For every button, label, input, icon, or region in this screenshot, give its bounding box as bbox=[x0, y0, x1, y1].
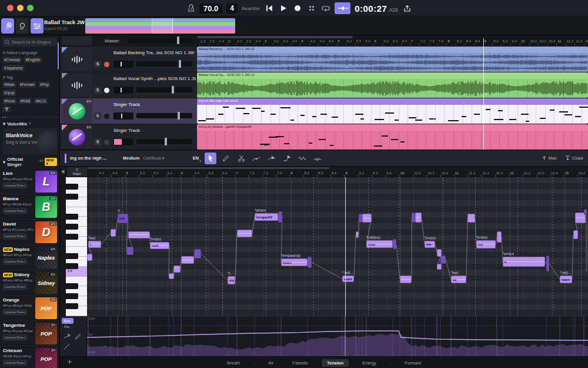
mixer-panel-button[interactable] bbox=[31, 18, 44, 34]
record-arm-button[interactable] bbox=[104, 140, 109, 145]
volume-handle[interactable] bbox=[165, 138, 167, 145]
tag-chip[interactable]: #Male bbox=[2, 81, 16, 88]
volume-slider[interactable] bbox=[136, 113, 192, 118]
track-name[interactable]: Ballad Backing Tra...les SOS NO 1 JW v2 bbox=[113, 50, 196, 55]
piano-key-black[interactable] bbox=[66, 263, 78, 269]
piano-roll-note[interactable] bbox=[467, 214, 475, 223]
pan-slider[interactable] bbox=[113, 61, 133, 68]
singer-avatar[interactable]: POPZH bbox=[35, 348, 57, 368]
piano-key-black[interactable] bbox=[66, 214, 78, 220]
key-signature-chip[interactable]: CMajor bbox=[67, 167, 87, 177]
singer-avatar[interactable]: SidneyEN bbox=[35, 272, 57, 294]
volume-slider[interactable] bbox=[136, 61, 192, 67]
solo-button[interactable]: S bbox=[94, 112, 101, 120]
track-row-4[interactable]: ENSinger TrackS bbox=[60, 124, 197, 150]
piano-roll-note[interactable]: ~~~~~ bbox=[400, 276, 412, 283]
track-icon-box[interactable]: EN bbox=[62, 125, 92, 149]
tag-chip[interactable]: #Female bbox=[18, 81, 36, 88]
pagination-dot[interactable] bbox=[42, 117, 43, 118]
tag-chip[interactable]: #Jpop bbox=[2, 89, 16, 96]
pitch-pen-tool-button[interactable] bbox=[281, 152, 293, 164]
piano-roll-note[interactable] bbox=[573, 230, 578, 239]
editor-ruler[interactable]: 4.34.455.25.35.466.26.36.477.27.37.488.2… bbox=[87, 167, 588, 177]
tempo-value[interactable]: 70.0 bbox=[199, 4, 222, 14]
piano-roll-note[interactable] bbox=[440, 256, 446, 264]
zoom-window-button[interactable] bbox=[27, 5, 34, 11]
piano-key-black[interactable] bbox=[66, 303, 78, 309]
play-button[interactable] bbox=[278, 4, 288, 14]
piano-roll-note[interactable]: [uh*[... bbox=[118, 214, 128, 223]
record-arm-button[interactable] bbox=[104, 114, 109, 119]
pagination-dot[interactable] bbox=[7, 117, 8, 118]
speaker-icon[interactable] bbox=[61, 169, 66, 174]
export-icon[interactable] bbox=[402, 4, 412, 14]
piano-key-black[interactable] bbox=[66, 253, 78, 259]
pagination-dot[interactable] bbox=[44, 117, 45, 118]
piano-roll-note[interactable]: n~~~~~~~~~~~~~~~~~~*[eh][n] bbox=[503, 257, 545, 267]
pagination-dot[interactable] bbox=[49, 117, 50, 118]
piano-roll-note[interactable] bbox=[169, 273, 174, 279]
piano-roll-note[interactable]: me*[m]{iy} bbox=[425, 241, 435, 248]
param-tab-breath[interactable]: Breath bbox=[222, 359, 245, 367]
parameter-graph[interactable]: 2.5× 1× 0.3× bbox=[87, 316, 588, 356]
param-tab-energy[interactable]: Energy bbox=[357, 359, 382, 367]
grid-mode-button[interactable] bbox=[306, 4, 316, 14]
piano-roll-note[interactable]: ~~~ bbox=[415, 213, 422, 223]
wave-tool-button[interactable] bbox=[296, 152, 308, 164]
piano-roll-note[interactable] bbox=[356, 231, 359, 238]
track-icon-box[interactable] bbox=[62, 73, 92, 97]
piano-roll-note[interactable]: ay~~~~~~~*[ey] bbox=[451, 276, 466, 283]
piano-roll-note[interactable]: my*[... bbox=[228, 276, 235, 284]
piano-key-black[interactable] bbox=[66, 194, 78, 200]
search-input[interactable]: Search for AI-Singers bbox=[2, 38, 57, 47]
quality-selector[interactable]: Medium bbox=[123, 155, 139, 161]
piano-key-black[interactable] bbox=[66, 283, 78, 289]
pan-slider[interactable] bbox=[113, 138, 133, 145]
time-signature-value[interactable]: 4 bbox=[226, 4, 238, 14]
volume-slider[interactable] bbox=[136, 87, 192, 92]
voice-panel-button[interactable] bbox=[16, 18, 29, 34]
param-tab-air[interactable]: Air bbox=[263, 359, 279, 367]
piano-roll-note[interactable] bbox=[437, 264, 442, 270]
singer-avatar[interactable]: DEN bbox=[35, 221, 57, 243]
singer-card-orange[interactable]: Orange#Pop #Bright #SilkLicense Free+POP… bbox=[2, 296, 57, 321]
piano-roll-note[interactable] bbox=[87, 254, 92, 261]
tab-envelope[interactable]: Env. bbox=[62, 318, 74, 324]
piano-key-black[interactable] bbox=[66, 234, 78, 240]
pagination-dot[interactable] bbox=[5, 117, 6, 118]
piano-roll-note[interactable]: ~~~~~~~ bbox=[237, 230, 252, 237]
singer-card-tangerine[interactable]: Tangerine#Pop #Cpop #CleaLicense Free+PO… bbox=[2, 321, 57, 346]
piano-roll-note[interactable] bbox=[393, 239, 396, 249]
solo-button[interactable]: S bbox=[94, 87, 101, 94]
piano-key-black[interactable] bbox=[66, 293, 78, 299]
piano-roll-note[interactable]: heart~~~~~~~~~~~~*[hh][aa][r][t] bbox=[281, 258, 308, 266]
pitch-anchor-tool-button[interactable] bbox=[266, 152, 278, 164]
track-row-3[interactable]: ENSinger TrackS bbox=[60, 98, 197, 124]
singer-avatar[interactable]: NaplesEN bbox=[35, 247, 57, 268]
tag-chip[interactable]: #R&B bbox=[18, 98, 32, 104]
track-icon-box[interactable]: EN bbox=[62, 99, 92, 123]
tag-chip[interactable]: #Pop bbox=[38, 81, 51, 88]
pagination-dot[interactable] bbox=[19, 117, 20, 118]
language-tag-chip[interactable]: #Japanese bbox=[2, 65, 25, 71]
scissors-tool-button[interactable] bbox=[235, 152, 247, 164]
master-volume-slider[interactable] bbox=[127, 38, 192, 43]
piano-roll-note[interactable] bbox=[308, 257, 312, 268]
piano-roll-note[interactable]: ~~~~ bbox=[362, 214, 372, 223]
pagination-dot[interactable] bbox=[14, 117, 15, 118]
language-selector[interactable]: EN bbox=[191, 154, 201, 162]
piano-roll-note[interactable] bbox=[126, 247, 133, 255]
piano-roll-note[interactable]: want* [w]]... bbox=[560, 276, 572, 283]
solo-button[interactable]: S bbox=[94, 138, 101, 145]
pencil-tool-button[interactable] bbox=[220, 152, 232, 164]
singer-avatar[interactable]: LEN bbox=[35, 171, 57, 193]
pan-slider[interactable] bbox=[113, 87, 133, 94]
singer-avatar[interactable]: POPZH bbox=[35, 297, 57, 319]
piano-roll-note[interactable]: want* [w]]... bbox=[342, 276, 354, 282]
pagination-dot[interactable] bbox=[26, 117, 27, 118]
volume-handle[interactable] bbox=[179, 60, 181, 68]
track-name[interactable]: Ballad Vocal Synth ...ples SOS NO 1 JW v… bbox=[113, 76, 196, 81]
pagination-dot[interactable] bbox=[37, 117, 38, 118]
editor-h-scrollbar[interactable] bbox=[87, 167, 329, 169]
tag-chip[interactable]: #ACG bbox=[34, 98, 48, 104]
